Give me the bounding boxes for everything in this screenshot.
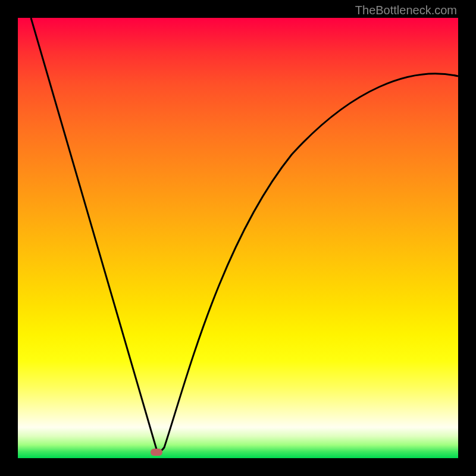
minimum-marker	[151, 449, 162, 456]
curve-layer	[18, 18, 458, 458]
bottleneck-curve	[31, 18, 458, 451]
chart-frame: TheBottleneck.com	[0, 0, 476, 476]
watermark-text: TheBottleneck.com	[355, 4, 457, 17]
